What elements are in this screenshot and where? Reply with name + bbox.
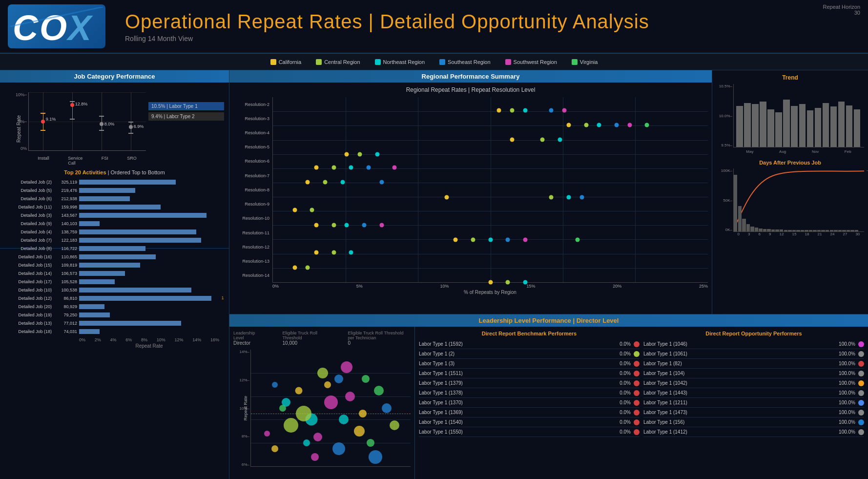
perf-dot — [634, 380, 640, 386]
scatter-dot — [340, 180, 345, 185]
legend-item-southeast-region: Southeast Region — [439, 59, 490, 65]
days-bar — [771, 229, 775, 231]
benchmark-row: Labor Type 1 (2) 0.0% — [419, 349, 640, 359]
leadership-y-label: 6%– — [233, 462, 249, 467]
bar-label: Detailed Job (17) — [10, 279, 54, 284]
benchmark-row: Labor Type 1 (1540) 0.0% — [419, 417, 640, 427]
bar-container — [79, 263, 219, 268]
days-bar — [813, 230, 816, 231]
scatter-y-labels: Resolution-2Resolution-3Resolution-4Reso… — [233, 97, 272, 283]
scatter-y-label: Resolution-9 — [245, 202, 269, 207]
annotation-1: 10.5% | Labor Type 1 — [148, 102, 224, 110]
bar-fill — [79, 246, 145, 251]
scatter-dot — [575, 237, 579, 242]
bar-container — [79, 188, 219, 193]
scatter-dot — [379, 180, 384, 185]
leadership-dot — [345, 392, 355, 401]
bar-fill — [79, 221, 100, 226]
bar-row: Detailed Job (19) 79,250 — [10, 311, 219, 319]
bar-label: Detailed Job (12) — [10, 296, 54, 301]
scatter-dot — [627, 123, 632, 127]
bar-label: Detailed Job (18) — [10, 329, 54, 334]
leadership-dot — [390, 420, 399, 430]
trend-y-label: 10.0%– — [716, 114, 732, 118]
days-bar — [763, 229, 766, 231]
scatter-dot — [379, 223, 384, 227]
regional-chart-title: Regional Repeat Rates | Repeat Resolutio… — [233, 86, 708, 93]
days-bar — [767, 229, 770, 231]
days-after-title: Days After Previous Job — [716, 160, 864, 166]
bar-value: 116,722 — [54, 246, 79, 251]
bar-container — [79, 238, 219, 243]
bar-axis-label: 10% — [157, 337, 165, 342]
opportunity-row: Labor Type 1 (104) 100.0% — [643, 369, 864, 378]
trend-bar — [760, 102, 766, 147]
leadership-y-title: Repeat Rate — [243, 396, 248, 421]
bar-axis-label: 2% — [95, 337, 101, 342]
bar-fill — [79, 312, 110, 317]
leadership-dot — [264, 431, 270, 437]
bar-container — [79, 205, 219, 209]
days-y-label: 100K– — [716, 168, 732, 173]
bar-value: 80,929 — [54, 304, 79, 309]
leadership-dot — [311, 453, 319, 461]
bar-fill — [79, 296, 211, 301]
scatter-dot — [314, 250, 319, 255]
bar-row: Detailed Job (20) 80,929 — [10, 303, 219, 311]
bar-axis-title: Repeat Rate — [79, 343, 219, 349]
bar-axis-label: 12% — [174, 337, 183, 342]
leadership-dot — [382, 403, 392, 413]
scatter-dot — [558, 138, 562, 142]
bar-container — [79, 321, 219, 326]
days-bar — [759, 229, 762, 231]
trend-x-label: May — [746, 149, 753, 154]
bar-value: 86,810 — [54, 296, 79, 301]
bar-label: Detailed Job (14) — [10, 271, 54, 276]
bar-fill — [79, 229, 196, 234]
scatter-x-label: 10% — [440, 284, 449, 289]
benchmark-table: Direct Report Benchmark Performers Labor… — [419, 331, 640, 475]
bar-row: Detailed Job (13) 77,012 — [10, 319, 219, 327]
scatter-dot — [471, 237, 475, 242]
bar-container — [79, 180, 219, 185]
days-bar — [796, 230, 800, 231]
bar-label: Detailed Job (5) — [10, 188, 54, 193]
perf-dot — [634, 410, 640, 416]
leadership-dot — [374, 386, 384, 396]
benchmark-row: Labor Type 1 (3) 0.0% — [419, 359, 640, 369]
bar-value: 110,865 — [54, 254, 79, 259]
days-bar — [750, 227, 754, 231]
regional-header: Regional Performance Summary — [229, 70, 712, 83]
leadership-dot — [362, 375, 370, 383]
scatter-dot — [566, 195, 571, 199]
perf-dot — [634, 351, 640, 357]
trend-x-label: Aug — [779, 149, 786, 154]
leadership-tables: Direct Report Benchmark Performers Labor… — [415, 327, 868, 479]
scatter-y-label: Resolution-13 — [242, 259, 269, 264]
days-x-label: 0 — [738, 232, 740, 236]
leadership-y-label: 12%– — [233, 378, 249, 382]
leadership-dot — [303, 439, 310, 446]
days-bar — [855, 230, 858, 231]
leadership-dot — [317, 368, 328, 378]
scatter-dot — [349, 166, 353, 170]
days-bar — [817, 230, 821, 231]
days-x-label: 27 — [843, 232, 847, 236]
opportunity-row: Labor Type 1 (1443) 100.0% — [643, 388, 864, 398]
trend-bar — [791, 106, 797, 147]
scatter-dot — [314, 166, 319, 170]
bar-axis-label: 4% — [110, 337, 116, 342]
threshold-line — [251, 414, 411, 414]
scatter-dot — [331, 166, 336, 170]
opportunity-row: Labor Type 1 (1412) 100.0% — [643, 427, 864, 437]
legend-dot — [375, 59, 381, 65]
regional-section: Regional Performance Summary Regional Re… — [229, 70, 868, 314]
days-x-label: 24 — [830, 232, 834, 236]
top-activities-title: Top 20 Activities | Ordered Top to Botto… — [10, 169, 219, 175]
leadership-dot — [359, 410, 367, 417]
scatter-dot — [292, 208, 297, 212]
svg-text:C: C — [13, 8, 39, 46]
days-bar — [738, 206, 742, 231]
bar-label: Detailed Job (3) — [10, 213, 54, 218]
benchmark-row: Labor Type 1 (1369) 0.0% — [419, 408, 640, 417]
